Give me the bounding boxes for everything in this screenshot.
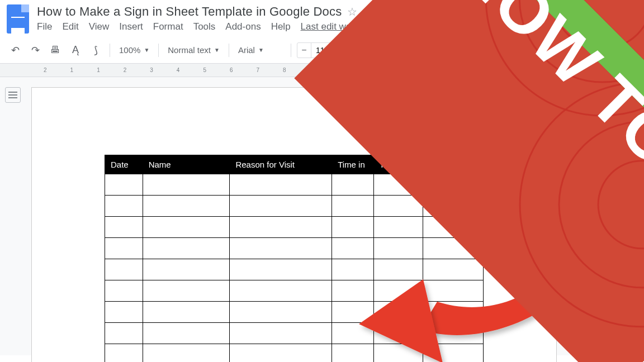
table-cell[interactable] bbox=[332, 344, 373, 363]
th-name[interactable]: Name bbox=[143, 155, 230, 174]
zoom-dropdown[interactable]: 100%▼ bbox=[116, 42, 153, 59]
table-cell[interactable] bbox=[143, 323, 230, 344]
table-cell[interactable] bbox=[105, 323, 143, 344]
table-cell[interactable] bbox=[143, 196, 230, 217]
style-value: Normal text bbox=[168, 45, 211, 55]
table-cell[interactable] bbox=[332, 323, 373, 344]
spellcheck-icon[interactable]: Ą bbox=[67, 42, 84, 59]
menu-tools[interactable]: Tools bbox=[193, 21, 216, 32]
table-cell[interactable] bbox=[143, 259, 230, 280]
table-cell[interactable] bbox=[332, 302, 373, 323]
separator bbox=[229, 44, 229, 57]
separator bbox=[110, 44, 110, 57]
table-cell[interactable] bbox=[143, 302, 230, 323]
table-row[interactable] bbox=[105, 344, 484, 363]
table-cell[interactable] bbox=[105, 259, 143, 280]
table-cell[interactable] bbox=[230, 196, 332, 217]
table-cell[interactable] bbox=[230, 259, 332, 280]
table-cell[interactable] bbox=[332, 217, 373, 238]
document-title[interactable]: How to Make a Sign in Sheet Template in … bbox=[37, 4, 342, 19]
table-cell[interactable] bbox=[373, 217, 423, 238]
decrease-font-button[interactable]: − bbox=[297, 45, 311, 55]
undo-icon[interactable]: ↶ bbox=[7, 42, 23, 59]
menu-help[interactable]: Help bbox=[271, 21, 291, 32]
paint-format-icon[interactable]: ⟆ bbox=[87, 42, 104, 59]
table-row[interactable] bbox=[105, 323, 484, 344]
table-cell[interactable] bbox=[143, 217, 230, 238]
menu-addons[interactable]: Add-ons bbox=[225, 21, 261, 32]
table-cell[interactable] bbox=[423, 344, 483, 363]
table-cell[interactable] bbox=[143, 280, 230, 302]
separator bbox=[291, 44, 291, 57]
chevron-down-icon: ▼ bbox=[214, 47, 220, 53]
menu-view[interactable]: View bbox=[89, 21, 110, 32]
ruler-tick: 2 bbox=[44, 67, 47, 73]
table-cell[interactable] bbox=[230, 174, 332, 196]
table-cell[interactable] bbox=[230, 238, 332, 259]
menu-format[interactable]: Format bbox=[153, 21, 183, 32]
ruler-tick: 1 bbox=[70, 67, 74, 73]
table-cell[interactable] bbox=[143, 238, 230, 259]
table-cell[interactable] bbox=[105, 344, 143, 363]
table-cell[interactable] bbox=[230, 344, 332, 363]
table-row[interactable] bbox=[105, 302, 484, 323]
table-cell[interactable] bbox=[373, 259, 423, 280]
paragraph-style-dropdown[interactable]: Normal text▼ bbox=[164, 42, 223, 59]
docs-logo-icon[interactable] bbox=[7, 4, 29, 34]
table-row[interactable] bbox=[105, 217, 484, 238]
table-cell[interactable] bbox=[230, 217, 332, 238]
left-rail bbox=[0, 77, 26, 355]
ruler-tick: 3 bbox=[150, 67, 153, 73]
table-cell[interactable] bbox=[332, 280, 373, 302]
table-cell[interactable] bbox=[105, 174, 143, 196]
ruler-tick: 2 bbox=[124, 67, 127, 73]
ruler-tick: 1 bbox=[97, 67, 100, 73]
separator bbox=[158, 44, 159, 57]
outline-icon[interactable] bbox=[5, 87, 21, 103]
chevron-down-icon: ▼ bbox=[144, 47, 149, 53]
ruler-tick: 7 bbox=[257, 67, 260, 73]
th-date[interactable]: Date bbox=[105, 155, 143, 174]
table-cell[interactable] bbox=[373, 344, 423, 363]
table-cell[interactable] bbox=[373, 238, 423, 259]
chevron-down-icon: ▼ bbox=[258, 47, 264, 53]
ruler-tick: 5 bbox=[203, 67, 206, 73]
th-timein[interactable]: Time in bbox=[332, 155, 373, 174]
table-cell[interactable] bbox=[373, 280, 423, 302]
menu-insert[interactable]: Insert bbox=[119, 21, 143, 32]
table-cell[interactable] bbox=[332, 259, 373, 280]
menu-edit[interactable]: Edit bbox=[62, 21, 78, 32]
table-cell[interactable] bbox=[105, 196, 143, 217]
table-cell[interactable] bbox=[373, 302, 423, 323]
redo-icon[interactable]: ↷ bbox=[27, 42, 44, 59]
ruler-tick: 8 bbox=[283, 67, 286, 73]
table-cell[interactable] bbox=[230, 302, 332, 323]
print-icon[interactable]: 🖶 bbox=[47, 42, 64, 59]
table-cell[interactable] bbox=[105, 302, 143, 323]
table-cell[interactable] bbox=[332, 196, 373, 217]
table-cell[interactable] bbox=[423, 280, 483, 302]
font-dropdown[interactable]: Arial▼ bbox=[235, 42, 285, 59]
table-cell[interactable] bbox=[332, 174, 373, 196]
table-cell[interactable] bbox=[230, 280, 332, 302]
table-cell[interactable] bbox=[230, 323, 332, 344]
table-cell[interactable] bbox=[105, 238, 143, 259]
table-row[interactable] bbox=[105, 259, 484, 280]
table-cell[interactable] bbox=[105, 280, 143, 302]
table-cell[interactable] bbox=[105, 217, 143, 238]
table-cell[interactable] bbox=[143, 174, 230, 196]
table-cell[interactable] bbox=[373, 323, 423, 344]
table-cell[interactable] bbox=[143, 344, 230, 363]
ruler-tick: 4 bbox=[177, 67, 180, 73]
font-value: Arial bbox=[238, 45, 255, 55]
zoom-value: 100% bbox=[119, 45, 140, 55]
ruler-tick: 6 bbox=[230, 67, 233, 73]
table-cell[interactable] bbox=[423, 323, 483, 344]
th-reason[interactable]: Reason for Visit bbox=[230, 155, 332, 174]
table-row[interactable] bbox=[105, 238, 484, 259]
table-row[interactable] bbox=[105, 280, 484, 302]
table-cell[interactable] bbox=[423, 302, 483, 323]
menu-file[interactable]: File bbox=[37, 21, 52, 32]
table-cell[interactable] bbox=[332, 238, 373, 259]
table-cell[interactable] bbox=[423, 259, 483, 280]
